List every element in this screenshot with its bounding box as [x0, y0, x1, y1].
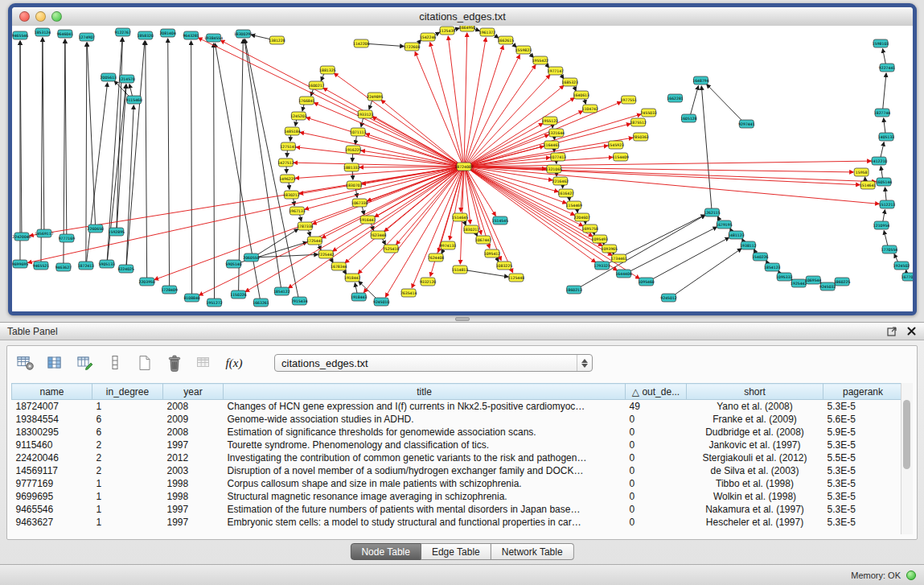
table-row[interactable]: 2242004622012Investigating the contribut… — [12, 451, 903, 464]
cell-pagerank[interactable]: 5.6E-5 — [823, 413, 903, 426]
tab-edge-table[interactable]: Edge Table — [421, 543, 491, 560]
table-row[interactable]: 911546021997Tourette syndrome. Phenomeno… — [12, 439, 903, 451]
column-header-short[interactable]: short — [687, 384, 823, 400]
column-header-year[interactable]: year — [163, 384, 224, 400]
cell-pagerank[interactable]: 5.5E-5 — [823, 451, 903, 464]
cell-year[interactable]: 2003 — [163, 464, 224, 477]
cell-name[interactable]: 9777169 — [12, 477, 92, 490]
cell-year[interactable]: 1998 — [163, 477, 224, 490]
cell-out_degree[interactable]: 0 — [626, 426, 687, 439]
function-builder-icon[interactable]: f(x) — [224, 353, 244, 373]
panel-resize-grip[interactable] — [455, 317, 470, 321]
cell-title[interactable]: Structural magnetic resonance image aver… — [224, 490, 626, 503]
cell-out_degree[interactable]: 0 — [626, 413, 687, 426]
cell-out_degree[interactable]: 0 — [626, 464, 687, 477]
table-row[interactable]: 1456911722003Disruption of a novel membe… — [12, 464, 903, 477]
zoom-window-button[interactable] — [51, 11, 62, 22]
table-row[interactable]: 969969511998Structural magnetic resonanc… — [12, 490, 903, 503]
cell-year[interactable]: 1997 — [163, 516, 224, 529]
table-vertical-scrollbar[interactable] — [901, 383, 913, 534]
cell-short[interactable]: Tibbo et al. (1998) — [687, 477, 823, 490]
cell-title[interactable]: Genome-wide association studies in ADHD. — [224, 413, 626, 426]
show-columns-icon[interactable] — [45, 353, 66, 373]
cell-in_degree[interactable]: 1 — [92, 477, 163, 490]
cell-out_degree[interactable]: 0 — [626, 490, 687, 503]
cell-name[interactable]: 9463627 — [12, 516, 92, 529]
cell-out_degree[interactable]: 0 — [626, 516, 687, 529]
cell-title[interactable]: Disruption of a novel member of a sodium… — [224, 464, 626, 477]
column-header-pagerank[interactable]: pagerank — [823, 384, 903, 400]
cell-title[interactable]: Tourette syndrome. Phenomenology and cla… — [224, 439, 626, 451]
table-row[interactable]: 946362711997Embryonic stem cells: a mode… — [12, 516, 903, 529]
cell-in_degree[interactable]: 1 — [92, 490, 163, 503]
cell-short[interactable]: Hescheler et al. (1997) — [687, 516, 823, 529]
cell-in_degree[interactable]: 2 — [92, 451, 163, 464]
table-source-dropdown[interactable]: citations_edges.txt — [274, 354, 593, 372]
cell-title[interactable]: Changes of HCN gene expression and I(f) … — [224, 400, 626, 414]
cell-year[interactable]: 2008 — [163, 400, 224, 414]
cell-pagerank[interactable]: 5.9E-5 — [823, 426, 903, 439]
import-table-icon[interactable] — [194, 353, 215, 373]
cell-year[interactable]: 2008 — [163, 426, 224, 439]
window-titlebar[interactable]: citations_edges.txt — [12, 7, 913, 27]
cell-year[interactable]: 1997 — [163, 503, 224, 516]
cell-year[interactable]: 1998 — [163, 490, 224, 503]
tab-network-table[interactable]: Network Table — [491, 543, 574, 560]
cell-out_degree[interactable]: 0 — [626, 439, 687, 451]
cell-year[interactable]: 2012 — [163, 451, 224, 464]
close-window-button[interactable] — [19, 11, 30, 22]
cell-in_degree[interactable]: 1 — [92, 503, 163, 516]
table-settings-icon[interactable] — [15, 353, 36, 373]
cell-in_degree[interactable]: 6 — [92, 413, 163, 426]
cell-short[interactable]: Yano et al. (2008) — [687, 400, 823, 414]
close-panel-icon[interactable] — [906, 326, 917, 337]
cell-short[interactable]: Dudbridge et al. (2008) — [687, 426, 823, 439]
cell-in_degree[interactable]: 6 — [92, 426, 163, 439]
cell-pagerank[interactable]: 5.3E-5 — [823, 439, 903, 451]
cell-year[interactable]: 1997 — [163, 439, 224, 451]
cell-name[interactable]: 18300295 — [12, 426, 92, 439]
network-graph[interactable]: 9465546185312496460411274907912276718583… — [12, 26, 913, 311]
cell-pagerank[interactable]: 5.3E-5 — [823, 503, 903, 516]
cell-short[interactable]: Stergiakouli et al. (2012) — [687, 451, 823, 464]
table-row[interactable]: 1830029562008Estimation of significance … — [12, 426, 903, 439]
column-strip-icon[interactable] — [105, 353, 125, 373]
cell-pagerank[interactable]: 5.3E-5 — [823, 400, 903, 414]
delete-table-icon[interactable] — [164, 353, 185, 373]
column-header-out_degree[interactable]: △ out_de... — [626, 384, 687, 400]
scrollbar-thumb[interactable] — [903, 400, 910, 469]
cell-name[interactable]: 9699695 — [12, 490, 92, 503]
column-header-name[interactable]: name — [12, 384, 92, 400]
cell-name[interactable]: 18724007 — [12, 400, 92, 414]
cell-name[interactable]: 9465546 — [12, 503, 92, 516]
cell-pagerank[interactable]: 5.3E-5 — [823, 464, 903, 477]
new-table-icon[interactable] — [134, 353, 155, 373]
tab-node-table[interactable]: Node Table — [350, 543, 421, 560]
float-panel-icon[interactable] — [886, 326, 897, 337]
table-row[interactable]: 946554611997Estimation of the future num… — [12, 503, 903, 516]
cell-name[interactable]: 22420046 — [12, 451, 92, 464]
cell-short[interactable]: Wolkin et al. (1998) — [687, 490, 823, 503]
cell-pagerank[interactable]: 5.3E-5 — [823, 477, 903, 490]
cell-out_degree[interactable]: 0 — [626, 477, 687, 490]
cell-name[interactable]: 14569117 — [12, 464, 92, 477]
minimize-window-button[interactable] — [35, 11, 46, 22]
cell-out_degree[interactable]: 0 — [626, 503, 687, 516]
edit-table-icon[interactable] — [75, 353, 96, 373]
column-header-in_degree[interactable]: in_degree — [92, 384, 163, 400]
table-row[interactable]: 977716911998Corpus callosum shape and si… — [12, 477, 903, 490]
cell-title[interactable]: Corpus callosum shape and size in male p… — [224, 477, 626, 490]
cell-out_degree[interactable]: 49 — [626, 400, 687, 414]
network-canvas[interactable]: 9465546185312496460411274907912276718583… — [12, 26, 913, 311]
cell-year[interactable]: 2009 — [163, 413, 224, 426]
cell-short[interactable]: Franke et al. (2009) — [687, 413, 823, 426]
table-row[interactable]: 1938455462009Genome-wide association stu… — [12, 413, 903, 426]
column-header-title[interactable]: title — [224, 384, 626, 400]
cell-title[interactable]: Embryonic stem cells: a model to study s… — [224, 516, 626, 529]
cell-title[interactable]: Estimation of significance thresholds fo… — [224, 426, 626, 439]
cell-in_degree[interactable]: 1 — [92, 516, 163, 529]
cell-short[interactable]: Nakamura et al. (1997) — [687, 503, 823, 516]
cell-in_degree[interactable]: 2 — [92, 464, 163, 477]
cell-pagerank[interactable]: 5.3E-5 — [823, 516, 903, 529]
cell-in_degree[interactable]: 1 — [92, 400, 163, 414]
